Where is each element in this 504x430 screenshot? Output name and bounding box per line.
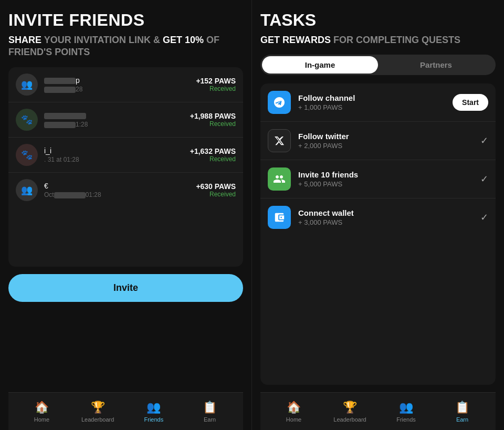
friend-date: 1:28 — [44, 121, 190, 128]
right-panel: TASKS GET REWARDS FOR COMPLETING QUESTS … — [252, 0, 504, 430]
home-icon: 🏠 — [35, 401, 49, 414]
check-icon: ✓ — [480, 212, 488, 223]
nav-item-earn-right[interactable]: 📋 Earn — [434, 401, 490, 423]
task-reward: + 1,000 PAWS — [298, 103, 453, 111]
nav-label-friends: Friends — [144, 416, 164, 423]
avatar: 🐾 — [16, 144, 38, 166]
friends-list: 👥 p 28 +152 PAWS Received 🐾 — [8, 67, 243, 267]
right-subtitle: GET REWARDS FOR COMPLETING QUESTS — [260, 34, 496, 46]
friend-status: Received — [196, 85, 236, 92]
friend-info: 1:28 — [44, 111, 190, 128]
nav-item-home[interactable]: 🏠 Home — [14, 401, 70, 423]
left-page-title: INVITE FRIENDS — [8, 11, 243, 30]
nav-item-friends-right[interactable]: 👥 Friends — [378, 401, 434, 423]
task-action: ✓ — [480, 212, 488, 223]
table-row: 🐾 i_i . 31 at 01:28 +1,632 PAWS Received — [8, 138, 243, 173]
trophy-icon: 🏆 — [91, 401, 105, 414]
table-row: 👥 p 28 +152 PAWS Received — [8, 67, 243, 102]
start-button[interactable]: Start — [453, 94, 488, 111]
list-item: Invite 10 friends + 5,000 PAWS ✓ — [260, 160, 496, 198]
twitter-icon — [268, 129, 291, 152]
nav-item-home-right[interactable]: 🏠 Home — [266, 401, 322, 423]
right-page-title: TASKS — [260, 11, 496, 30]
list-item: Connect wallet + 3,000 PAWS ✓ — [260, 198, 496, 236]
friends-icon: 👥 — [146, 401, 161, 414]
invite-button[interactable]: Invite — [8, 274, 243, 302]
friend-name — [44, 111, 190, 120]
list-item: Follow twitter + 2,000 PAWS ✓ — [260, 122, 496, 160]
nav-label-home: Home — [34, 416, 49, 423]
task-reward: + 2,000 PAWS — [298, 142, 480, 150]
nav-item-friends[interactable]: 👥 Friends — [126, 401, 182, 423]
nav-item-earn[interactable]: 📋 Earn — [182, 401, 238, 423]
friend-status: Received — [196, 191, 236, 198]
list-item: Follow channel + 1,000 PAWS Start — [260, 83, 496, 122]
subtitle-get10: GET 10% — [163, 35, 204, 45]
nav-label-earn: Earn — [204, 416, 216, 423]
friend-info: € Oct01:28 — [44, 182, 196, 198]
tab-partners[interactable]: Partners — [378, 56, 494, 74]
task-action: ✓ — [480, 135, 488, 146]
home-icon: 🏠 — [287, 401, 301, 414]
subtitle-text1: YOUR INVITATION LINK & — [44, 35, 163, 45]
nav-label-earn: Earn — [456, 416, 468, 423]
friend-reward: +630 PAWS Received — [196, 182, 236, 198]
task-info: Follow channel + 1,000 PAWS — [298, 93, 453, 111]
friend-paws: +1,632 PAWS — [190, 147, 236, 155]
task-info: Connect wallet + 3,000 PAWS — [298, 208, 480, 226]
check-icon: ✓ — [480, 174, 488, 184]
task-reward: + 5,000 PAWS — [298, 180, 480, 188]
friend-name: € — [44, 182, 196, 190]
friend-date: . 31 at 01:28 — [44, 156, 190, 163]
avatar: 👥 — [16, 179, 38, 201]
nav-label-leaderboard: Leaderboard — [333, 416, 366, 423]
task-action: ✓ — [480, 173, 488, 185]
check-icon: ✓ — [480, 135, 488, 146]
avatar: 👥 — [16, 74, 38, 96]
friend-name: p — [44, 76, 196, 85]
tasks-list: Follow channel + 1,000 PAWS Start Follow… — [260, 83, 496, 385]
table-row: 👥 € Oct01:28 +630 PAWS Received — [8, 173, 243, 207]
task-action: Start — [453, 94, 488, 111]
left-bottom-nav: 🏠 Home 🏆 Leaderboard 👥 Friends 📋 Earn — [8, 392, 243, 430]
telegram-icon — [268, 91, 291, 114]
left-subtitle: SHARE YOUR INVITATION LINK & GET 10% OF … — [8, 34, 243, 59]
friend-reward: +1,988 PAWS Received — [190, 112, 236, 128]
friend-info: i_i . 31 at 01:28 — [44, 146, 190, 163]
task-name: Follow channel — [298, 93, 453, 102]
friend-status: Received — [190, 155, 236, 163]
avatar: 🐾 — [16, 109, 38, 131]
wallet-icon — [268, 206, 291, 229]
nav-label-friends: Friends — [396, 416, 416, 423]
subtitle-share: SHARE — [8, 35, 41, 45]
subtitle-forquests: FOR COMPLETING QUESTS — [333, 35, 460, 45]
friends-icon: 👥 — [399, 401, 413, 414]
invite-friends-icon — [268, 167, 291, 191]
task-info: Invite 10 friends + 5,000 PAWS — [298, 170, 480, 188]
earn-icon: 📋 — [203, 401, 217, 414]
nav-item-leaderboard-right[interactable]: 🏆 Leaderboard — [322, 401, 378, 423]
task-name: Invite 10 friends — [298, 170, 480, 179]
nav-item-leaderboard[interactable]: 🏆 Leaderboard — [70, 401, 126, 423]
trophy-icon: 🏆 — [343, 401, 357, 414]
task-name: Connect wallet — [298, 208, 480, 217]
task-tab-bar: In-game Partners — [260, 55, 496, 75]
friend-status: Received — [190, 120, 236, 128]
earn-icon: 📋 — [455, 401, 469, 414]
friend-date: 28 — [44, 86, 196, 93]
tab-ingame[interactable]: In-game — [262, 56, 378, 74]
left-panel: INVITE FRIENDS SHARE YOUR INVITATION LIN… — [0, 0, 252, 430]
friend-reward: +1,632 PAWS Received — [190, 147, 236, 163]
friend-paws: +152 PAWS — [196, 77, 236, 85]
friend-name: i_i — [44, 146, 190, 155]
friend-reward: +152 PAWS Received — [196, 77, 236, 92]
table-row: 🐾 1:28 +1,988 PAWS Received — [8, 102, 243, 138]
friend-paws: +630 PAWS — [196, 182, 236, 191]
subtitle-getrewards: GET REWARDS — [260, 35, 331, 45]
friend-paws: +1,988 PAWS — [190, 112, 236, 120]
nav-label-leaderboard: Leaderboard — [81, 416, 114, 423]
right-bottom-nav: 🏠 Home 🏆 Leaderboard 👥 Friends 📋 Earn — [260, 392, 496, 430]
task-info: Follow twitter + 2,000 PAWS — [298, 132, 480, 150]
nav-label-home: Home — [286, 416, 301, 423]
friend-date: Oct01:28 — [44, 191, 196, 198]
